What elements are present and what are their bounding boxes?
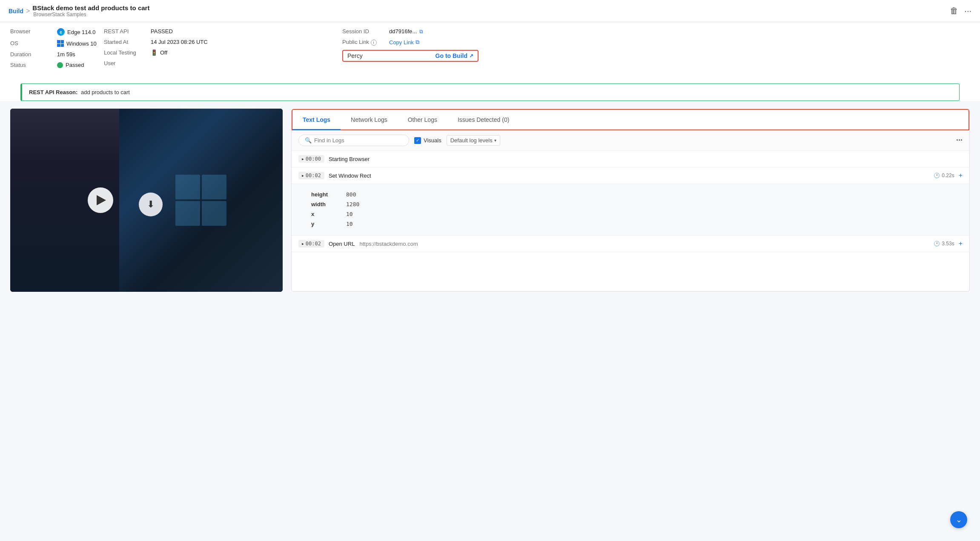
clock-icon: 🕐 bbox=[934, 173, 940, 178]
session-id-info: Session ID dd7916fe... ⧉ bbox=[342, 28, 970, 35]
breadcrumb-build-link[interactable]: Build bbox=[9, 8, 23, 14]
copy-link-icon: ⧉ bbox=[415, 39, 419, 46]
table-row: x 10 bbox=[311, 210, 368, 219]
log-entry-header[interactable]: ▶ 00:02 Set Window Rect 🕐 0.22s + bbox=[292, 167, 969, 184]
log-expand-icon[interactable]: + bbox=[959, 172, 963, 179]
detail-key: y bbox=[311, 219, 345, 228]
timestamp-play-icon: ▶ bbox=[302, 157, 304, 161]
play-button[interactable] bbox=[88, 187, 113, 213]
breadcrumb-title-group: BStack demo test add products to cart Br… bbox=[32, 4, 149, 17]
clock-icon: 🕐 bbox=[934, 241, 940, 247]
more-options-button[interactable]: ··· bbox=[964, 6, 971, 16]
copy-link-button[interactable]: Copy Link ⧉ bbox=[389, 39, 419, 46]
tunnel-icon: 🚦 bbox=[151, 49, 158, 56]
info-col-right: Session ID dd7916fe... ⧉ Public Link i C… bbox=[334, 28, 970, 72]
external-link-icon: ↗ bbox=[469, 53, 473, 59]
status-value: Passed bbox=[57, 62, 84, 68]
log-duration: 🕐 0.22s bbox=[934, 173, 954, 178]
log-entry-header[interactable]: ▶ 00:02 Open URL https://bstackdemo.com … bbox=[292, 236, 969, 252]
header-actions: 🗑 ··· bbox=[950, 6, 971, 16]
log-entry: ▶ 00:00 Starting Browser bbox=[292, 151, 969, 167]
rest-api-info: REST API PASSED bbox=[104, 28, 223, 35]
tab-issues-detected[interactable]: Issues Detected (0) bbox=[447, 110, 519, 130]
log-entries: ▶ 00:00 Starting Browser ▶ 00:02 Set Win… bbox=[292, 151, 969, 252]
rest-reason-bar: REST API Reason: add products to cart bbox=[20, 83, 960, 101]
info-col-1: Browser e Edge 114.0 OS Windows 10 Durat… bbox=[10, 28, 104, 72]
started-at-label: Started At bbox=[104, 39, 151, 45]
log-url: https://bstackdemo.com bbox=[360, 241, 418, 247]
logs-panel: Text Logs Network Logs Other Logs Issues… bbox=[291, 109, 970, 292]
local-testing-label: Local Testing bbox=[104, 49, 151, 56]
info-panel: Browser e Edge 114.0 OS Windows 10 Durat… bbox=[0, 22, 980, 78]
breadcrumb-separator: > bbox=[26, 7, 30, 15]
log-entry: ▶ 00:02 Set Window Rect 🕐 0.22s + height bbox=[292, 167, 969, 236]
os-info: OS Windows 10 bbox=[10, 40, 104, 47]
detail-value: 10 bbox=[346, 219, 368, 228]
log-levels-dropdown[interactable]: Default log levels ▾ bbox=[447, 135, 500, 146]
video-panel: ⬇ bbox=[10, 109, 283, 292]
log-command: Starting Browser bbox=[329, 156, 963, 162]
detail-key: x bbox=[311, 210, 345, 219]
table-row: width 1280 bbox=[311, 200, 368, 209]
info-columns: Browser e Edge 114.0 OS Windows 10 Durat… bbox=[10, 28, 970, 72]
log-entry-header[interactable]: ▶ 00:00 Starting Browser bbox=[292, 151, 969, 167]
rest-reason-container: REST API Reason: add products to cart bbox=[0, 78, 980, 101]
log-entry: ▶ 00:02 Open URL https://bstackdemo.com … bbox=[292, 236, 969, 252]
main-content: ⬇ Text Logs Network Logs Other Logs Issu… bbox=[0, 109, 980, 300]
logs-toolbar: 🔍 ✓ Visuals Default log levels ▾ ··· bbox=[292, 130, 969, 151]
visuals-toggle[interactable]: ✓ Visuals bbox=[414, 137, 441, 144]
log-command: Open URL https://bstackdemo.com bbox=[329, 241, 929, 247]
browser-value: e Edge 114.0 bbox=[57, 28, 96, 36]
play-triangle-icon bbox=[97, 195, 106, 205]
go-to-build-link[interactable]: Go to Build ↗ bbox=[436, 52, 473, 59]
local-testing-info: Local Testing 🚦 Off bbox=[104, 49, 223, 56]
log-levels-label: Default log levels bbox=[450, 137, 493, 144]
video-container: ⬇ bbox=[10, 109, 283, 292]
detail-key: width bbox=[311, 200, 345, 209]
local-testing-value: 🚦 Off bbox=[151, 49, 167, 56]
search-box: 🔍 bbox=[298, 135, 409, 146]
duration-info: Duration 1m 59s bbox=[10, 51, 104, 58]
detail-value: 10 bbox=[346, 210, 368, 219]
tab-text-logs[interactable]: Text Logs bbox=[292, 110, 341, 130]
table-row: height 800 bbox=[311, 190, 368, 199]
breadcrumb: Build > BStack demo test add products to… bbox=[9, 4, 149, 17]
detail-value: 800 bbox=[346, 190, 368, 199]
started-at-info: Started At 14 Jul 2023 08:26 UTC bbox=[104, 39, 223, 45]
search-input[interactable] bbox=[314, 137, 382, 144]
log-duration: 🕐 3.53s bbox=[934, 241, 954, 247]
visuals-checkbox[interactable]: ✓ bbox=[414, 137, 421, 144]
duration-value: 1m 59s bbox=[57, 51, 75, 58]
rest-api-label: REST API bbox=[104, 28, 151, 35]
windows-os-icon bbox=[57, 40, 64, 47]
table-row: y 10 bbox=[311, 219, 368, 228]
user-info: User bbox=[104, 60, 223, 66]
log-detail: height 800 width 1280 x 10 y bbox=[292, 184, 969, 235]
download-button[interactable]: ⬇ bbox=[139, 193, 163, 216]
windows-logo-bg bbox=[175, 175, 226, 226]
header: Build > BStack demo test add products to… bbox=[0, 0, 980, 22]
session-id-copy-icon[interactable]: ⧉ bbox=[419, 29, 423, 35]
info-tooltip-icon[interactable]: i bbox=[371, 40, 377, 46]
page-subtitle: BrowserStack Samples bbox=[33, 12, 149, 17]
timestamp-play-icon: ▶ bbox=[302, 242, 304, 246]
rest-reason-value: add products to cart bbox=[81, 89, 130, 95]
detail-key: height bbox=[311, 190, 345, 199]
user-label: User bbox=[104, 60, 151, 66]
status-info: Status Passed bbox=[10, 62, 104, 68]
info-col-3 bbox=[223, 28, 334, 72]
log-expand-icon[interactable]: + bbox=[959, 240, 963, 247]
tab-network-logs[interactable]: Network Logs bbox=[341, 110, 398, 130]
os-value: Windows 10 bbox=[57, 40, 97, 47]
log-command: Set Window Rect bbox=[329, 173, 929, 179]
logs-more-button[interactable]: ··· bbox=[956, 136, 963, 145]
os-label: OS bbox=[10, 40, 57, 46]
session-id-label: Session ID bbox=[342, 28, 389, 35]
duration-label: Duration bbox=[10, 51, 57, 58]
tab-other-logs[interactable]: Other Logs bbox=[398, 110, 447, 130]
edge-browser-icon: e bbox=[57, 28, 65, 36]
search-icon: 🔍 bbox=[305, 137, 312, 144]
delete-button[interactable]: 🗑 bbox=[950, 6, 958, 16]
browser-label: Browser bbox=[10, 28, 57, 35]
info-col-2: REST API PASSED Started At 14 Jul 2023 0… bbox=[104, 28, 223, 72]
